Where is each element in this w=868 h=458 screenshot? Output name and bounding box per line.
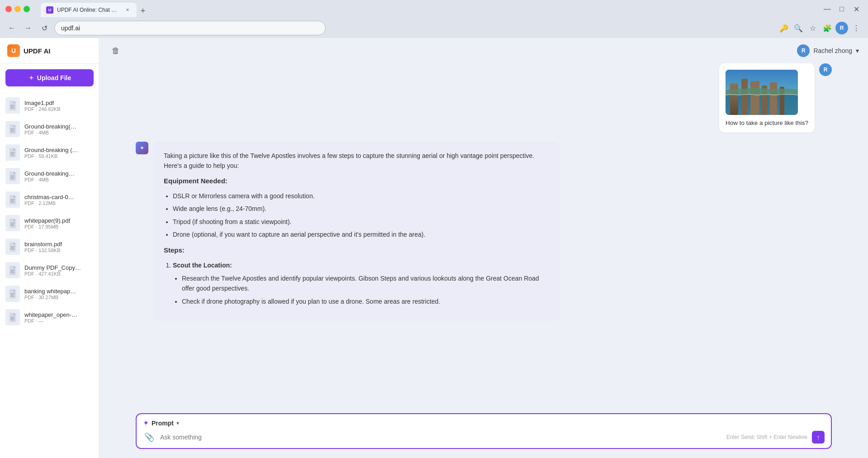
file-info: whitepaper_open-… PDF · —	[24, 311, 94, 324]
file-name: brainstorm.pdf	[24, 241, 94, 248]
file-icon	[5, 286, 20, 302]
file-name: whitepaper(9).pdf	[24, 217, 94, 224]
list-item[interactable]: brainstorm.pdf PDF · 132.58KB	[0, 235, 99, 258]
input-area: ✦ Prompt ▾ 📎 Enter Send; Shift + Enter N…	[100, 413, 868, 458]
input-bottom-row: 📎 Enter Send; Shift + Enter Newline ↑	[143, 431, 825, 444]
minimize-button[interactable]	[14, 6, 21, 12]
browser-actions: 🔑 🔍 ☆ 🧩 R ⋮	[778, 22, 863, 34]
attach-button[interactable]: 📎	[143, 431, 156, 444]
forward-button[interactable]: →	[22, 22, 34, 34]
sparkle-icon: ✦	[143, 419, 149, 427]
user-message: How to take a picture like this? R	[136, 63, 832, 133]
file-icon	[5, 262, 20, 278]
file-icon	[5, 168, 20, 184]
file-icon	[5, 121, 20, 137]
logo-text: U	[11, 47, 16, 54]
prompt-dropdown[interactable]: ▾	[176, 420, 179, 426]
svg-rect-11	[10, 155, 14, 156]
chat-area[interactable]: How to take a picture like this? R ✦ Tak…	[100, 63, 868, 413]
list-item[interactable]: Ground-breaking (… PDF · 59.41KB	[0, 141, 99, 164]
list-item[interactable]: christmas-card-0… PDF · 2.12MB	[0, 188, 99, 211]
svg-rect-29	[10, 270, 15, 271]
user-message-avatar: R	[819, 63, 832, 76]
step-item: Scout the Location:Research the Twelve A…	[173, 260, 549, 306]
list-item[interactable]: Ground-breaking… PDF · 4MB	[0, 164, 99, 188]
file-info: Image1.pdf PDF · 246.62KB	[24, 100, 94, 112]
svg-rect-1	[10, 105, 15, 106]
extensions-icon[interactable]: 🧩	[821, 22, 834, 34]
clear-chat-button[interactable]: 🗑	[109, 43, 123, 58]
back-button[interactable]: ←	[5, 22, 18, 34]
file-icon	[5, 239, 20, 255]
file-info: christmas-card-0… PDF · 2.12MB	[24, 194, 94, 206]
svg-rect-31	[10, 272, 14, 273]
user-info[interactable]: R Rachel zhong ▾	[797, 44, 859, 57]
ai-message: ✦ Taking a picture like this of the Twel…	[136, 142, 832, 321]
file-name: banking whitepap…	[24, 288, 94, 295]
list-item[interactable]: whitepaper_open-… PDF · —	[0, 305, 99, 329]
sidebar: U UPDF AI ＋ Upload File Image1.pdf PDF ·…	[0, 38, 100, 458]
restore-window-button[interactable]: □	[835, 3, 848, 15]
list-item[interactable]: Image1.pdf PDF · 246.62KB	[0, 94, 99, 117]
svg-rect-17	[10, 199, 15, 200]
file-info: whitepaper(9).pdf PDF · 17.95MB	[24, 217, 94, 229]
list-item[interactable]: banking whitepap… PDF · 30.27MB	[0, 282, 99, 305]
tab-bar: U UPDF AI Online: Chat with PDF × +	[37, 1, 817, 17]
file-meta: PDF · 17.95MB	[24, 224, 94, 229]
active-tab[interactable]: U UPDF AI Online: Chat with PDF ×	[41, 3, 137, 17]
user-message-text: How to take a picture like this?	[726, 119, 808, 126]
upload-file-button[interactable]: ＋ Upload File	[5, 69, 94, 86]
zoom-icon[interactable]: 🔍	[792, 22, 805, 34]
password-manager-icon[interactable]: 🔑	[778, 22, 790, 34]
file-icon	[5, 144, 20, 161]
file-meta: PDF · 4MB	[24, 177, 94, 182]
refresh-button[interactable]: ↺	[38, 22, 51, 34]
list-item[interactable]: whitepaper(9).pdf PDF · 17.95MB	[0, 211, 99, 235]
tab-close-button[interactable]: ×	[124, 6, 131, 14]
svg-rect-37	[10, 317, 15, 318]
svg-rect-27	[10, 249, 14, 250]
profile-button[interactable]: R	[835, 22, 848, 34]
svg-rect-10	[10, 153, 14, 154]
list-item[interactable]: Ground-breaking(… PDF · 4MB	[0, 117, 99, 141]
file-info: Ground-breaking(… PDF · 4MB	[24, 123, 94, 135]
list-item[interactable]: Dummy PDF_Copy… PDF · 427.41KB	[0, 258, 99, 282]
close-button[interactable]	[5, 6, 12, 12]
address-input[interactable]	[54, 21, 326, 35]
prompt-label: Prompt	[152, 420, 174, 427]
send-button[interactable]: ↑	[812, 431, 825, 444]
svg-rect-6	[10, 130, 14, 131]
title-bar: U UPDF AI Online: Chat with PDF × + — □ …	[0, 0, 868, 18]
new-tab-button[interactable]: +	[137, 5, 149, 17]
file-list: Image1.pdf PDF · 246.62KB Ground-breakin…	[0, 92, 99, 458]
file-icon	[5, 309, 20, 325]
browser-menu-button[interactable]: ⋮	[850, 22, 863, 34]
file-info: Ground-breaking (… PDF · 59.41KB	[24, 147, 94, 159]
svg-rect-18	[10, 200, 14, 201]
equipment-item: Drone (optional, if you want to capture …	[173, 229, 549, 239]
file-meta: PDF · 4MB	[24, 130, 94, 135]
maximize-button[interactable]	[24, 6, 30, 12]
file-meta: PDF · 59.41KB	[24, 153, 94, 159]
ai-intro: Taking a picture like this of the Twelve…	[164, 151, 549, 171]
svg-rect-33	[10, 293, 15, 294]
steps-header: Steps:	[164, 245, 549, 256]
bookmark-icon[interactable]: ☆	[806, 22, 819, 34]
sidebar-title: UPDF AI	[24, 47, 50, 55]
tab-title: UPDF AI Online: Chat with PDF	[57, 7, 120, 13]
file-meta: PDF · 246.62KB	[24, 106, 94, 112]
input-hint: Enter Send; Shift + Enter Newline	[726, 434, 807, 440]
equipment-item: Tripod (if shooting from a static viewpo…	[173, 217, 549, 227]
file-icon	[5, 215, 20, 231]
user-bubble: How to take a picture like this?	[719, 63, 815, 133]
svg-rect-26	[10, 248, 14, 248]
svg-rect-3	[10, 108, 14, 109]
close-window-button[interactable]: ✕	[850, 3, 863, 15]
input-top-row: ✦ Prompt ▾	[143, 419, 825, 427]
svg-rect-30	[10, 271, 14, 272]
svg-rect-19	[10, 202, 14, 203]
ai-bubble: Taking a picture like this of the Twelve…	[153, 142, 560, 321]
chat-input[interactable]	[160, 434, 722, 441]
minimize-window-button[interactable]: —	[821, 3, 834, 15]
svg-rect-14	[10, 177, 14, 178]
